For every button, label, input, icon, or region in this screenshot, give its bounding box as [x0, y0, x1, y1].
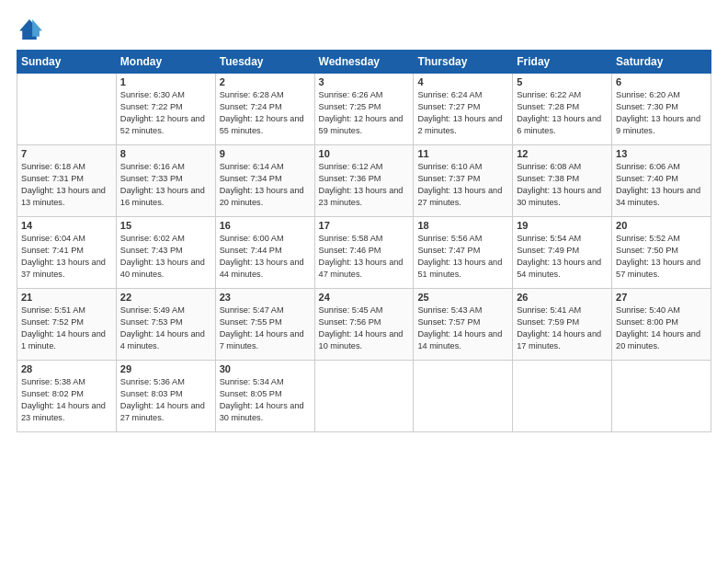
day-info: Sunrise: 6:02 AMSunset: 7:43 PMDaylight:… — [120, 233, 211, 281]
calendar-cell: 17Sunrise: 5:58 AMSunset: 7:46 PMDayligh… — [314, 217, 414, 289]
calendar-cell — [414, 361, 513, 432]
calendar-header-monday: Monday — [116, 51, 215, 74]
calendar-cell: 9Sunrise: 6:14 AMSunset: 7:34 PMDaylight… — [215, 145, 314, 217]
calendar-cell: 4Sunrise: 6:24 AMSunset: 7:27 PMDaylight… — [414, 74, 513, 145]
day-info: Sunrise: 5:56 AMSunset: 7:47 PMDaylight:… — [417, 233, 508, 281]
day-info: Sunrise: 6:06 AMSunset: 7:40 PMDaylight:… — [616, 161, 707, 209]
day-info: Sunrise: 6:28 AMSunset: 7:24 PMDaylight:… — [220, 89, 311, 137]
day-info: Sunrise: 6:14 AMSunset: 7:34 PMDaylight:… — [220, 161, 311, 209]
day-number: 30 — [220, 363, 311, 374]
day-number: 16 — [220, 220, 311, 231]
day-info: Sunrise: 6:18 AMSunset: 7:31 PMDaylight:… — [21, 161, 112, 209]
day-number: 3 — [319, 76, 410, 87]
calendar-cell: 8Sunrise: 6:16 AMSunset: 7:33 PMDaylight… — [116, 145, 215, 217]
calendar-week-1: 1Sunrise: 6:30 AMSunset: 7:22 PMDaylight… — [17, 74, 711, 145]
day-info: Sunrise: 6:30 AMSunset: 7:22 PMDaylight:… — [120, 89, 211, 137]
calendar-cell: 29Sunrise: 5:36 AMSunset: 8:03 PMDayligh… — [116, 361, 215, 432]
calendar-cell — [612, 361, 711, 432]
day-number: 24 — [319, 292, 410, 303]
day-number: 1 — [120, 76, 211, 87]
calendar-cell: 2Sunrise: 6:28 AMSunset: 7:24 PMDaylight… — [215, 74, 314, 145]
calendar-header-friday: Friday — [513, 51, 612, 74]
svg-marker-1 — [32, 19, 42, 37]
day-number: 8 — [120, 148, 211, 159]
calendar-cell — [513, 361, 612, 432]
day-number: 7 — [21, 148, 112, 159]
calendar-cell: 23Sunrise: 5:47 AMSunset: 7:55 PMDayligh… — [215, 289, 314, 361]
calendar-cell: 24Sunrise: 5:45 AMSunset: 7:56 PMDayligh… — [314, 289, 414, 361]
day-info: Sunrise: 5:54 AMSunset: 7:49 PMDaylight:… — [517, 233, 608, 281]
day-info: Sunrise: 5:45 AMSunset: 7:56 PMDaylight:… — [319, 304, 410, 352]
day-number: 22 — [120, 292, 211, 303]
calendar-cell: 14Sunrise: 6:04 AMSunset: 7:41 PMDayligh… — [17, 217, 117, 289]
calendar-cell: 12Sunrise: 6:08 AMSunset: 7:38 PMDayligh… — [513, 145, 612, 217]
day-info: Sunrise: 5:52 AMSunset: 7:50 PMDaylight:… — [616, 233, 707, 281]
calendar-cell: 16Sunrise: 6:00 AMSunset: 7:44 PMDayligh… — [215, 217, 314, 289]
calendar-cell: 18Sunrise: 5:56 AMSunset: 7:47 PMDayligh… — [414, 217, 513, 289]
calendar-cell — [17, 74, 117, 145]
day-info: Sunrise: 6:10 AMSunset: 7:37 PMDaylight:… — [417, 161, 508, 209]
calendar-cell: 7Sunrise: 6:18 AMSunset: 7:31 PMDaylight… — [17, 145, 117, 217]
day-number: 13 — [616, 148, 707, 159]
calendar-cell: 10Sunrise: 6:12 AMSunset: 7:36 PMDayligh… — [314, 145, 414, 217]
day-info: Sunrise: 5:58 AMSunset: 7:46 PMDaylight:… — [319, 233, 410, 281]
day-number: 23 — [220, 292, 311, 303]
day-number: 11 — [417, 148, 508, 159]
calendar-cell: 26Sunrise: 5:41 AMSunset: 7:59 PMDayligh… — [513, 289, 612, 361]
day-info: Sunrise: 5:49 AMSunset: 7:53 PMDaylight:… — [120, 304, 211, 352]
calendar-cell: 15Sunrise: 6:02 AMSunset: 7:43 PMDayligh… — [116, 217, 215, 289]
day-number: 17 — [319, 220, 410, 231]
day-number: 27 — [616, 292, 707, 303]
day-info: Sunrise: 5:43 AMSunset: 7:57 PMDaylight:… — [417, 304, 508, 352]
calendar-cell: 6Sunrise: 6:20 AMSunset: 7:30 PMDaylight… — [612, 74, 711, 145]
day-number: 21 — [21, 292, 112, 303]
day-number: 5 — [517, 76, 608, 87]
calendar-cell: 3Sunrise: 6:26 AMSunset: 7:25 PMDaylight… — [314, 74, 414, 145]
day-info: Sunrise: 5:41 AMSunset: 7:59 PMDaylight:… — [517, 304, 608, 352]
logo — [17, 17, 46, 42]
day-number: 12 — [517, 148, 608, 159]
calendar-cell — [314, 361, 414, 432]
calendar-week-5: 28Sunrise: 5:38 AMSunset: 8:02 PMDayligh… — [17, 361, 711, 432]
day-info: Sunrise: 5:47 AMSunset: 7:55 PMDaylight:… — [220, 304, 311, 352]
day-number: 10 — [319, 148, 410, 159]
day-number: 26 — [517, 292, 608, 303]
day-number: 4 — [417, 76, 508, 87]
day-info: Sunrise: 6:20 AMSunset: 7:30 PMDaylight:… — [616, 89, 707, 137]
day-info: Sunrise: 5:51 AMSunset: 7:52 PMDaylight:… — [21, 304, 112, 352]
calendar-header-tuesday: Tuesday — [215, 51, 314, 74]
header — [17, 17, 711, 42]
day-number: 6 — [616, 76, 707, 87]
calendar-cell: 22Sunrise: 5:49 AMSunset: 7:53 PMDayligh… — [116, 289, 215, 361]
logo-icon — [17, 17, 42, 42]
day-info: Sunrise: 6:26 AMSunset: 7:25 PMDaylight:… — [319, 89, 410, 137]
calendar-header-row: SundayMondayTuesdayWednesdayThursdayFrid… — [17, 51, 711, 74]
calendar-cell: 1Sunrise: 6:30 AMSunset: 7:22 PMDaylight… — [116, 74, 215, 145]
day-number: 18 — [417, 220, 508, 231]
day-info: Sunrise: 6:16 AMSunset: 7:33 PMDaylight:… — [120, 161, 211, 209]
day-info: Sunrise: 5:38 AMSunset: 8:02 PMDaylight:… — [21, 376, 112, 424]
calendar-cell: 27Sunrise: 5:40 AMSunset: 8:00 PMDayligh… — [612, 289, 711, 361]
day-info: Sunrise: 5:34 AMSunset: 8:05 PMDaylight:… — [220, 376, 311, 424]
calendar-header-wednesday: Wednesday — [314, 51, 414, 74]
calendar-cell: 13Sunrise: 6:06 AMSunset: 7:40 PMDayligh… — [612, 145, 711, 217]
calendar-header-sunday: Sunday — [17, 51, 117, 74]
calendar-cell: 28Sunrise: 5:38 AMSunset: 8:02 PMDayligh… — [17, 361, 117, 432]
day-info: Sunrise: 5:36 AMSunset: 8:03 PMDaylight:… — [120, 376, 211, 424]
calendar: SundayMondayTuesdayWednesdayThursdayFrid… — [17, 50, 711, 432]
day-number: 14 — [21, 220, 112, 231]
calendar-header-saturday: Saturday — [612, 51, 711, 74]
calendar-cell: 11Sunrise: 6:10 AMSunset: 7:37 PMDayligh… — [414, 145, 513, 217]
day-info: Sunrise: 6:12 AMSunset: 7:36 PMDaylight:… — [319, 161, 410, 209]
calendar-header-thursday: Thursday — [414, 51, 513, 74]
calendar-cell: 20Sunrise: 5:52 AMSunset: 7:50 PMDayligh… — [612, 217, 711, 289]
day-number: 25 — [417, 292, 508, 303]
day-info: Sunrise: 6:22 AMSunset: 7:28 PMDaylight:… — [517, 89, 608, 137]
calendar-cell: 25Sunrise: 5:43 AMSunset: 7:57 PMDayligh… — [414, 289, 513, 361]
calendar-week-4: 21Sunrise: 5:51 AMSunset: 7:52 PMDayligh… — [17, 289, 711, 361]
calendar-week-3: 14Sunrise: 6:04 AMSunset: 7:41 PMDayligh… — [17, 217, 711, 289]
calendar-cell: 19Sunrise: 5:54 AMSunset: 7:49 PMDayligh… — [513, 217, 612, 289]
day-number: 2 — [220, 76, 311, 87]
day-info: Sunrise: 6:04 AMSunset: 7:41 PMDaylight:… — [21, 233, 112, 281]
day-number: 29 — [120, 363, 211, 374]
